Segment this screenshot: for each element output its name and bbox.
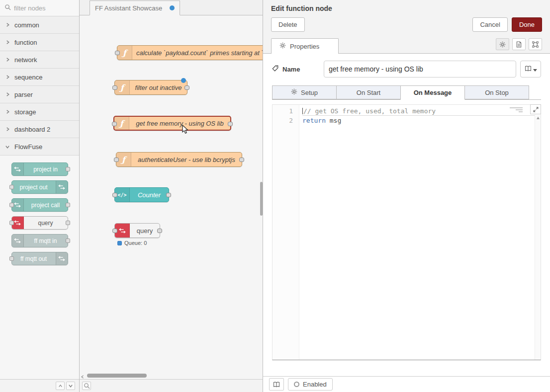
cancel-button[interactable]: Cancel [472,17,507,32]
palette-category-network[interactable]: network [0,51,79,69]
palette-node-query[interactable]: query [11,216,68,230]
palette-port [9,185,14,189]
tab-properties[interactable]: Properties [271,38,339,54]
canvas-footer [80,379,263,392]
scroll-up-arrow-icon[interactable] [537,117,540,119]
code-editor[interactable]: 12 // get OS free, used, total memoryret… [272,104,541,360]
palette-collapse-all-button[interactable] [56,382,65,390]
name-label-row: Name [272,65,320,73]
input-port[interactable] [115,51,120,55]
node-status: Queue: 0 [117,240,147,246]
delete-button[interactable]: Delete [271,17,305,32]
code-line[interactable]: return msg [302,116,541,125]
palette-port [9,256,14,261]
flow-node-authenticateuser-use-lib-bcryptjs[interactable]: ƒauthenticateUser - use lib bcryptjs [116,152,242,167]
input-port[interactable] [112,122,117,126]
editor-code-area[interactable]: // get OS free, used, total memoryreturn… [299,105,541,360]
flow-canvas[interactable]: query</>CounterƒauthenticateUser - use l… [80,15,263,372]
category-label: common [14,21,39,29]
tab-setup[interactable]: Setup [272,85,337,99]
name-label: Name [282,66,300,73]
palette-category-dashboard-2[interactable]: dashboard 2 [0,121,79,138]
line-number: 2 [273,116,293,125]
mouse-cursor [182,125,188,136]
palette-node-project-in[interactable]: project in [11,162,68,176]
status-text: Queue: 0 [124,240,147,246]
output-port[interactable] [239,157,244,162]
tab-on-stop[interactable]: On Stop [464,85,529,99]
flow-node-counter[interactable]: </>Counter [114,187,169,202]
input-port[interactable] [112,229,117,233]
palette-port [66,167,70,171]
output-port[interactable] [157,229,162,233]
editor-expand-button[interactable] [530,104,541,114]
enabled-label: Enabled [303,381,327,388]
gear-icon [279,42,286,50]
tab-on-start[interactable]: On Start [336,85,401,99]
hscroll-thumb[interactable] [87,374,147,378]
canvas-vertical-scrollbar[interactable] [260,182,263,216]
editor-gutter: 12 [273,105,299,360]
tray-toolbar: Delete Cancel Done [271,17,542,32]
node-label: calculate `payload.count` primes startin… [132,49,263,57]
palette-port [9,221,14,225]
palette-node-ff-mqtt-in[interactable]: ff mqtt in [11,234,68,247]
palette-category-parser[interactable]: parser [0,86,79,103]
input-port[interactable] [114,157,119,162]
output-port[interactable] [184,85,189,90]
flow-tab-ff-assistant-showcase[interactable]: FF Assistant Showcase [90,0,180,15]
enabled-toggle-button[interactable]: Enabled [288,378,333,391]
done-button[interactable]: Done [512,17,542,32]
mqtt-out-icon [56,252,68,265]
tray-tab-buttons [496,38,542,50]
canvas-horizontal-scrollbar[interactable] [80,372,263,379]
flow-node-filter-out-inactive[interactable]: ƒfilter out inactive [114,80,187,95]
code-line[interactable]: // get OS free, used, total memory [302,106,541,116]
appearance-tab-button[interactable] [529,38,542,50]
output-port[interactable] [166,193,171,197]
node-help-button[interactable] [269,378,284,391]
tray-title: Edit function node [271,4,542,12]
chevron-right-icon [5,109,10,114]
text-cursor [302,108,303,114]
scroll-left-arrow-icon[interactable] [81,373,85,381]
category-label: function [14,39,37,46]
palette-footer [0,379,79,392]
palette-category-storage[interactable]: storage [0,103,79,121]
flow-node-query[interactable]: query [114,223,160,238]
palette-category-flowfuse[interactable]: FlowFuse [0,138,79,156]
input-port[interactable] [112,193,117,197]
node-label: get free memory - using OS lib [129,120,230,127]
tab-on-message[interactable]: On Message [400,85,465,100]
palette-search[interactable] [0,0,79,16]
palette-category-sequence[interactable]: sequence [0,69,79,86]
flow-node-calculate-payload-count-primes-starting-at-p[interactable]: ƒcalculate `payload.count` primes starti… [117,45,263,60]
palette-node-label: project in [24,166,68,173]
tray-body: Name SetupOn StartOn MessageOn Stop 12 /… [263,54,550,376]
palette-node-project-out[interactable]: project out [11,180,68,194]
line-number: 1 [273,106,293,116]
category-label: storage [14,108,36,116]
flow-node-get-free-memory-using-os-lib[interactable]: ƒget free memory - using OS lib [113,116,231,131]
node-settings-button[interactable] [496,38,509,50]
input-port[interactable] [112,85,117,90]
palette-node-project-call[interactable]: project call [11,198,68,212]
palette-node-ff-mqtt-out[interactable]: ff mqtt out [11,252,68,265]
chevron-right-icon [5,127,10,132]
node-label: authenticateUser - use lib bcryptjs [131,156,242,163]
palette-category-function[interactable]: function [0,34,79,51]
palette-port [66,221,70,225]
description-tab-button[interactable] [512,38,526,50]
enabled-radio-icon [294,382,299,387]
palette-expand-all-button[interactable] [66,382,75,390]
output-port[interactable] [228,122,233,126]
workspace: FF Assistant Showcase query</>Counterƒau… [80,0,263,392]
workspace-tabbar: FF Assistant Showcase [80,0,263,15]
palette-search-input[interactable] [14,4,69,12]
palette-category-common[interactable]: common [0,16,79,34]
name-input[interactable] [324,61,516,78]
editor-scrollbar[interactable] [535,115,541,360]
chevron-right-icon [5,40,10,45]
label-options-button[interactable] [520,61,541,78]
canvas-search-button[interactable] [82,382,91,390]
